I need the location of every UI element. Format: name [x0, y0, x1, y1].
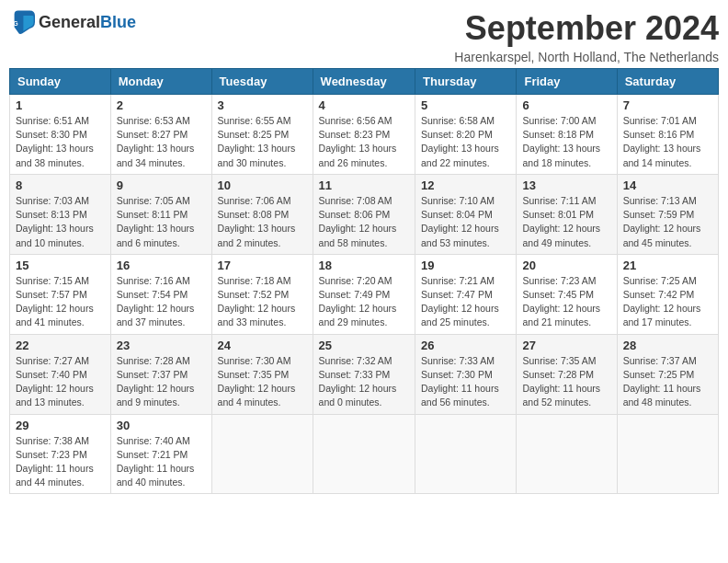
day-info: Sunrise: 7:25 AM Sunset: 7:42 PM Dayligh… — [623, 274, 712, 330]
day-number: 23 — [117, 339, 206, 352]
sunrise-label: Sunrise: 7:32 AM — [319, 355, 392, 366]
day-info: Sunrise: 7:10 AM Sunset: 8:04 PM Dayligh… — [421, 194, 510, 250]
table-row: 22 Sunrise: 7:27 AM Sunset: 7:40 PM Dayl… — [10, 334, 111, 414]
daylight-label: Daylight: 12 hours and 58 minutes. — [319, 223, 397, 247]
day-info: Sunrise: 6:58 AM Sunset: 8:20 PM Dayligh… — [421, 114, 510, 170]
day-info: Sunrise: 7:28 AM Sunset: 7:37 PM Dayligh… — [117, 354, 206, 410]
sunrise-label: Sunrise: 7:06 AM — [218, 195, 291, 206]
day-info: Sunrise: 7:37 AM Sunset: 7:25 PM Dayligh… — [623, 354, 712, 410]
daylight-label: Daylight: 12 hours and 17 minutes. — [623, 303, 701, 327]
sunset-label: Sunset: 7:25 PM — [623, 369, 695, 380]
sunrise-label: Sunrise: 7:38 AM — [16, 435, 89, 446]
sunrise-label: Sunrise: 6:55 AM — [218, 115, 291, 126]
table-row: 27 Sunrise: 7:35 AM Sunset: 7:28 PM Dayl… — [517, 334, 617, 414]
table-row: 23 Sunrise: 7:28 AM Sunset: 7:37 PM Dayl… — [110, 334, 211, 414]
daylight-label: Daylight: 12 hours and 9 minutes. — [117, 383, 195, 408]
day-info: Sunrise: 7:01 AM Sunset: 8:16 PM Dayligh… — [623, 114, 712, 170]
sunrise-label: Sunrise: 7:30 AM — [218, 355, 291, 366]
sunrise-label: Sunrise: 6:51 AM — [16, 115, 89, 126]
table-row: 3 Sunrise: 6:55 AM Sunset: 8:25 PM Dayli… — [211, 95, 313, 175]
sunset-label: Sunset: 8:01 PM — [522, 209, 594, 220]
sunset-label: Sunset: 7:23 PM — [16, 449, 87, 460]
sunset-label: Sunset: 7:49 PM — [319, 289, 391, 300]
sunrise-label: Sunrise: 7:21 AM — [421, 275, 495, 286]
title-area: September 2024 Harenkarspel, North Holla… — [454, 9, 719, 64]
sunset-label: Sunset: 8:13 PM — [16, 209, 87, 220]
daylight-label: Daylight: 13 hours and 2 minutes. — [218, 223, 296, 247]
day-number: 12 — [421, 178, 510, 192]
daylight-label: Daylight: 13 hours and 14 minutes. — [623, 143, 701, 167]
sunset-label: Sunset: 7:28 PM — [522, 369, 594, 380]
table-row: 9 Sunrise: 7:05 AM Sunset: 8:11 PM Dayli… — [110, 174, 211, 254]
day-info: Sunrise: 7:18 AM Sunset: 7:52 PM Dayligh… — [218, 274, 307, 330]
day-number: 10 — [218, 178, 307, 192]
day-number: 1 — [16, 98, 105, 112]
daylight-label: Daylight: 12 hours and 4 minutes. — [218, 383, 296, 408]
sunset-label: Sunset: 7:40 PM — [16, 369, 87, 380]
table-row: 5 Sunrise: 6:58 AM Sunset: 8:20 PM Dayli… — [415, 95, 517, 175]
daylight-label: Daylight: 11 hours and 52 minutes. — [522, 383, 600, 408]
sunrise-label: Sunrise: 6:56 AM — [319, 115, 392, 126]
day-number: 3 — [218, 98, 307, 112]
table-row: 13 Sunrise: 7:11 AM Sunset: 8:01 PM Dayl… — [517, 174, 617, 254]
table-row: 14 Sunrise: 7:13 AM Sunset: 7:59 PM Dayl… — [617, 174, 718, 254]
sunset-label: Sunset: 7:33 PM — [319, 369, 391, 380]
col-sunday: Sunday — [10, 69, 111, 95]
sunrise-label: Sunrise: 7:37 AM — [623, 355, 697, 366]
sunrise-label: Sunrise: 7:13 AM — [623, 195, 697, 206]
table-row: 6 Sunrise: 7:00 AM Sunset: 8:18 PM Dayli… — [517, 95, 617, 175]
day-number: 13 — [522, 178, 610, 192]
sunrise-label: Sunrise: 6:53 AM — [117, 115, 190, 126]
sunset-label: Sunset: 8:06 PM — [319, 209, 391, 220]
day-number: 7 — [623, 98, 712, 112]
day-info: Sunrise: 7:08 AM Sunset: 8:06 PM Dayligh… — [319, 194, 409, 250]
sunset-label: Sunset: 8:11 PM — [117, 209, 188, 220]
daylight-label: Daylight: 13 hours and 26 minutes. — [319, 143, 397, 167]
day-number: 28 — [623, 339, 712, 352]
table-row: 11 Sunrise: 7:08 AM Sunset: 8:06 PM Dayl… — [313, 174, 415, 254]
table-row — [313, 414, 415, 494]
day-info: Sunrise: 7:11 AM Sunset: 8:01 PM Dayligh… — [522, 194, 610, 250]
day-number: 29 — [16, 419, 105, 432]
day-info: Sunrise: 7:40 AM Sunset: 7:21 PM Dayligh… — [117, 434, 206, 490]
daylight-label: Daylight: 12 hours and 13 minutes. — [16, 383, 94, 408]
col-wednesday: Wednesday — [313, 69, 415, 95]
sunrise-label: Sunrise: 7:03 AM — [16, 195, 89, 206]
table-row: 17 Sunrise: 7:18 AM Sunset: 7:52 PM Dayl… — [211, 254, 313, 334]
day-info: Sunrise: 6:51 AM Sunset: 8:30 PM Dayligh… — [16, 114, 105, 170]
sunrise-label: Sunrise: 7:10 AM — [421, 195, 495, 206]
day-number: 17 — [218, 259, 307, 272]
day-info: Sunrise: 7:23 AM Sunset: 7:45 PM Dayligh… — [522, 274, 610, 330]
day-info: Sunrise: 7:06 AM Sunset: 8:08 PM Dayligh… — [218, 194, 307, 250]
sunset-label: Sunset: 7:45 PM — [522, 289, 594, 300]
sunrise-label: Sunrise: 7:01 AM — [623, 115, 697, 126]
day-info: Sunrise: 7:15 AM Sunset: 7:57 PM Dayligh… — [16, 274, 105, 330]
sunset-label: Sunset: 8:18 PM — [522, 129, 594, 140]
sunset-label: Sunset: 7:21 PM — [117, 449, 188, 460]
daylight-label: Daylight: 13 hours and 34 minutes. — [117, 143, 195, 167]
sunset-label: Sunset: 8:27 PM — [117, 129, 188, 140]
table-row: 18 Sunrise: 7:20 AM Sunset: 7:49 PM Dayl… — [313, 254, 415, 334]
days-of-week-row: Sunday Monday Tuesday Wednesday Thursday… — [10, 69, 719, 95]
sunset-label: Sunset: 7:54 PM — [117, 289, 188, 300]
daylight-label: Daylight: 11 hours and 40 minutes. — [117, 463, 195, 488]
col-thursday: Thursday — [415, 69, 517, 95]
calendar-week-row: 22 Sunrise: 7:27 AM Sunset: 7:40 PM Dayl… — [10, 334, 719, 414]
table-row: 10 Sunrise: 7:06 AM Sunset: 8:08 PM Dayl… — [211, 174, 313, 254]
day-info: Sunrise: 7:27 AM Sunset: 7:40 PM Dayligh… — [16, 354, 105, 410]
logo-icon: G — [9, 9, 35, 35]
sunset-label: Sunset: 7:37 PM — [117, 369, 188, 380]
daylight-label: Daylight: 13 hours and 6 minutes. — [117, 223, 195, 247]
table-row: 30 Sunrise: 7:40 AM Sunset: 7:21 PM Dayl… — [110, 414, 211, 494]
logo-general: General — [39, 13, 100, 31]
table-row — [517, 414, 617, 494]
table-row: 26 Sunrise: 7:33 AM Sunset: 7:30 PM Dayl… — [415, 334, 517, 414]
day-info: Sunrise: 7:38 AM Sunset: 7:23 PM Dayligh… — [16, 434, 105, 490]
sunrise-label: Sunrise: 7:20 AM — [319, 275, 392, 286]
day-info: Sunrise: 7:00 AM Sunset: 8:18 PM Dayligh… — [522, 114, 610, 170]
daylight-label: Daylight: 12 hours and 37 minutes. — [117, 303, 195, 327]
table-row: 25 Sunrise: 7:32 AM Sunset: 7:33 PM Dayl… — [313, 334, 415, 414]
daylight-label: Daylight: 12 hours and 53 minutes. — [421, 223, 499, 247]
col-saturday: Saturday — [617, 69, 718, 95]
daylight-label: Daylight: 12 hours and 41 minutes. — [16, 303, 94, 327]
